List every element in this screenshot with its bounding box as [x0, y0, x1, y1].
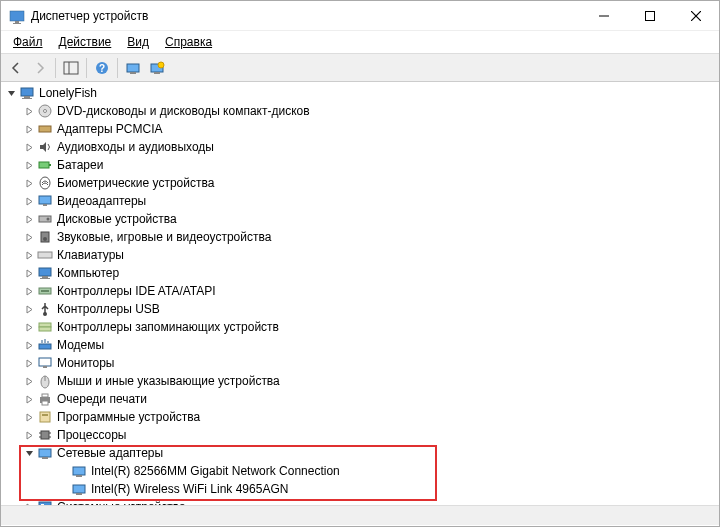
expander-icon[interactable] — [21, 175, 37, 191]
show-hide-tree-button[interactable] — [60, 57, 82, 79]
svg-rect-14 — [154, 72, 160, 74]
tree-category-19[interactable]: Сетевые адаптеры — [3, 444, 717, 462]
tree-category-4[interactable]: Биометрические устройства — [3, 174, 717, 192]
maximize-button[interactable] — [627, 1, 673, 30]
tree-item-label: Дисковые устройства — [57, 212, 177, 226]
expander-icon[interactable] — [21, 193, 37, 209]
expander-icon[interactable] — [21, 355, 37, 371]
tree-category-18[interactable]: Процессоры — [3, 426, 717, 444]
expander-icon[interactable] — [21, 409, 37, 425]
svg-rect-34 — [39, 268, 51, 276]
tree-item-label: Батареи — [57, 158, 103, 172]
svg-rect-12 — [130, 72, 136, 74]
menu-action-label: Действие — [59, 35, 112, 49]
tree-category-0[interactable]: DVD-дисководы и дисководы компакт-дисков — [3, 102, 717, 120]
expander-icon[interactable] — [21, 499, 37, 505]
app-icon — [9, 8, 25, 24]
svg-rect-50 — [40, 412, 50, 422]
expander-icon[interactable] — [21, 427, 37, 443]
expander-icon[interactable] — [21, 247, 37, 263]
disc-icon — [37, 103, 53, 119]
svg-rect-63 — [39, 502, 51, 505]
tree-item-label: Контроллеры USB — [57, 302, 160, 316]
tree-item-label: Компьютер — [57, 266, 119, 280]
tree-category-2[interactable]: Аудиовходы и аудиовыходы — [3, 138, 717, 156]
tree-item-label: Процессоры — [57, 428, 127, 442]
expander-icon[interactable] — [21, 229, 37, 245]
toolbar-separator — [55, 58, 56, 78]
battery-icon — [37, 157, 53, 173]
tree-device-19-0[interactable]: Intel(R) 82566MM Gigabit Network Connect… — [3, 462, 717, 480]
tree-category-15[interactable]: Мыши и иные указывающие устройства — [3, 372, 717, 390]
tree-category-11[interactable]: Контроллеры USB — [3, 300, 717, 318]
expander-icon[interactable] — [21, 103, 37, 119]
expander-icon[interactable] — [21, 391, 37, 407]
expander-icon[interactable] — [21, 211, 37, 227]
tree-category-5[interactable]: Видеоадаптеры — [3, 192, 717, 210]
tree-category-1[interactable]: Адаптеры PCMCIA — [3, 120, 717, 138]
help-button[interactable]: ? — [91, 57, 113, 79]
tree-category-3[interactable]: Батареи — [3, 156, 717, 174]
tree-category-20[interactable]: Системные устройства — [3, 498, 717, 505]
svg-rect-0 — [10, 11, 24, 21]
tree-item-label: Видеоадаптеры — [57, 194, 146, 208]
storage-icon — [37, 319, 53, 335]
menu-help-label: Справка — [165, 35, 212, 49]
tree-category-6[interactable]: Дисковые устройства — [3, 210, 717, 228]
tree-category-17[interactable]: Программные устройства — [3, 408, 717, 426]
expander-icon[interactable] — [21, 139, 37, 155]
tree-category-13[interactable]: Модемы — [3, 336, 717, 354]
svg-rect-43 — [39, 358, 51, 366]
forward-button[interactable] — [29, 57, 51, 79]
device-tree[interactable]: LonelyFishDVD-дисководы и дисководы комп… — [1, 82, 719, 505]
expander-icon[interactable] — [21, 445, 37, 461]
svg-rect-4 — [646, 11, 655, 20]
sound-icon — [37, 229, 53, 245]
menu-file[interactable]: Файл — [5, 33, 51, 51]
tree-category-8[interactable]: Клавиатуры — [3, 246, 717, 264]
toolbar-separator-2 — [86, 58, 87, 78]
menu-view-label: Вид — [127, 35, 149, 49]
tree-category-7[interactable]: Звуковые, игровые и видеоустройства — [3, 228, 717, 246]
expander-icon[interactable] — [21, 301, 37, 317]
ide-icon — [37, 283, 53, 299]
svg-rect-38 — [41, 290, 49, 292]
expander-icon[interactable] — [55, 481, 71, 497]
menu-view[interactable]: Вид — [119, 33, 157, 51]
expander-icon[interactable] — [21, 157, 37, 173]
expander-icon[interactable] — [21, 121, 37, 137]
expander-icon[interactable] — [21, 373, 37, 389]
tree-category-14[interactable]: Мониторы — [3, 354, 717, 372]
keyboard-icon — [37, 247, 53, 263]
show-hidden-button[interactable] — [146, 57, 168, 79]
expander-icon[interactable] — [21, 337, 37, 353]
menu-action[interactable]: Действие — [51, 33, 120, 51]
tree-category-16[interactable]: Очереди печати — [3, 390, 717, 408]
close-button[interactable] — [673, 1, 719, 30]
menu-help[interactable]: Справка — [157, 33, 220, 51]
expander-icon[interactable] — [55, 463, 71, 479]
svg-point-39 — [43, 312, 47, 316]
minimize-button[interactable] — [581, 1, 627, 30]
computer-icon — [37, 265, 53, 281]
tree-item-label: Аудиовходы и аудиовыходы — [57, 140, 214, 154]
tree-item-label: Программные устройства — [57, 410, 200, 424]
usb-icon — [37, 301, 53, 317]
display-icon — [37, 193, 53, 209]
expander-icon[interactable] — [21, 283, 37, 299]
network-icon — [37, 445, 53, 461]
expander-icon[interactable] — [3, 85, 19, 101]
expander-icon[interactable] — [21, 319, 37, 335]
expander-icon[interactable] — [21, 265, 37, 281]
scan-hardware-button[interactable] — [122, 57, 144, 79]
back-button[interactable] — [5, 57, 27, 79]
tree-category-9[interactable]: Компьютер — [3, 264, 717, 282]
tree-category-10[interactable]: Контроллеры IDE ATA/ATAPI — [3, 282, 717, 300]
menu-file-label: Файл — [13, 35, 43, 49]
tree-device-19-1[interactable]: Intel(R) Wireless WiFi Link 4965AGN — [3, 480, 717, 498]
tree-item-label: Адаптеры PCMCIA — [57, 122, 163, 136]
svg-rect-2 — [13, 23, 21, 24]
svg-rect-36 — [40, 278, 50, 279]
tree-root[interactable]: LonelyFish — [3, 84, 717, 102]
tree-category-12[interactable]: Контроллеры запоминающих устройств — [3, 318, 717, 336]
